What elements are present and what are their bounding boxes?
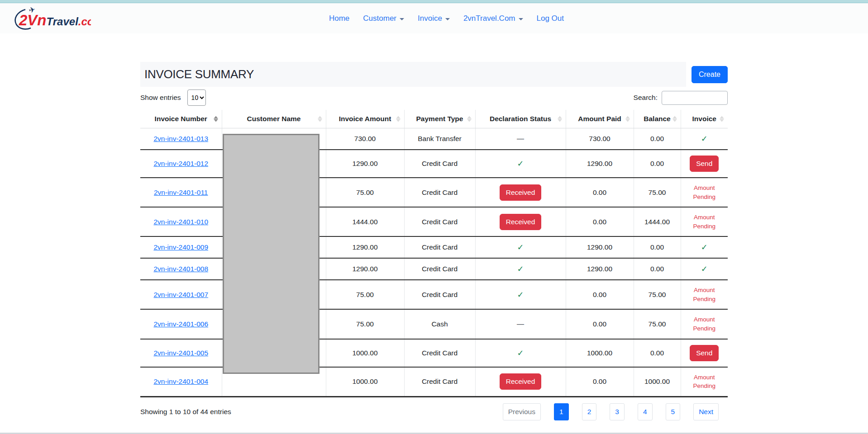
amount-paid-cell: 0.00 xyxy=(566,178,634,207)
invoice-action-cell: Amount Pending xyxy=(681,280,728,309)
pagination: Previous 1 2 3 4 5 Next xyxy=(503,403,719,420)
sort-icon[interactable] xyxy=(672,116,677,122)
invoice-amount-cell: 1290.00 xyxy=(326,236,404,258)
declaration-check-icon: ✓ xyxy=(517,159,524,168)
sort-icon[interactable] xyxy=(467,116,472,122)
nav-item-invoice[interactable]: Invoice xyxy=(418,14,450,23)
invoice-number-link[interactable]: 2vn-inv-2401-011 xyxy=(154,189,208,196)
invoice-amount-cell: 730.00 xyxy=(326,128,404,150)
invoice-table-header: Invoice Number Customer Name Invoice Amo… xyxy=(140,110,728,128)
declaration-check-icon: ✓ xyxy=(517,290,524,299)
balance-cell: 0.00 xyxy=(634,339,681,367)
brand-logo[interactable]: ✈ 2VnTravel.com xyxy=(12,6,91,31)
sort-icon[interactable] xyxy=(396,116,401,122)
nav-item-logout[interactable]: Log Out xyxy=(537,14,564,23)
redacted-customer-names-overlay xyxy=(223,134,320,374)
declaration-status-cell: ✓ xyxy=(475,339,566,367)
create-button[interactable]: Create xyxy=(692,66,728,83)
amount-pending-label: Amount Pending xyxy=(688,373,720,391)
invoice-action-cell: Send xyxy=(681,339,728,367)
invoice-number-cell: 2vn-inv-2401-013 xyxy=(140,128,222,150)
show-entries-label: Show entries xyxy=(140,94,181,102)
col-header-label: Invoice xyxy=(692,115,716,123)
logo-text-travel: Travel xyxy=(47,15,79,28)
invoice-number-link[interactable]: 2vn-inv-2401-006 xyxy=(153,320,208,328)
invoice-number-cell: 2vn-inv-2401-010 xyxy=(140,207,222,236)
invoice-number-link[interactable]: 2vn-inv-2401-013 xyxy=(153,135,208,142)
invoice-amount-cell: 1000.00 xyxy=(326,367,404,397)
invoice-action-cell: ✓ xyxy=(681,236,728,258)
search-input[interactable] xyxy=(662,91,728,105)
col-header-invoice-amount[interactable]: Invoice Amount xyxy=(326,110,404,128)
invoice-number-link[interactable]: 2vn-inv-2401-009 xyxy=(153,243,208,251)
col-header-payment-type[interactable]: Payment Type xyxy=(404,110,475,128)
invoice-number-link[interactable]: 2vn-inv-2401-005 xyxy=(153,349,208,357)
sort-icon[interactable] xyxy=(558,116,562,122)
col-header-declaration-status[interactable]: Declaration Status xyxy=(475,110,566,128)
col-header-label: Declaration Status xyxy=(490,115,551,123)
search-label: Search: xyxy=(634,94,658,102)
invoice-amount-cell: 75.00 xyxy=(326,280,404,309)
balance-cell: 75.00 xyxy=(634,178,681,207)
sort-icon[interactable] xyxy=(720,116,724,122)
send-button[interactable]: Send xyxy=(690,156,719,172)
declaration-check-icon: ✓ xyxy=(517,243,524,252)
nav-2vntravel-label: 2vnTravel.Com xyxy=(463,14,515,23)
invoice-number-link[interactable]: 2vn-inv-2401-007 xyxy=(153,291,208,298)
amount-paid-cell: 1290.00 xyxy=(566,258,634,280)
balance-cell: 0.00 xyxy=(634,258,681,280)
invoice-number-link[interactable]: 2vn-inv-2401-010 xyxy=(153,218,208,226)
nav-customer-label: Customer xyxy=(363,14,396,23)
invoice-action-cell: Amount Pending xyxy=(681,309,728,339)
declaration-status-cell: ✓ xyxy=(475,280,566,309)
title-bar: INVOICE SUMMARY xyxy=(140,62,686,87)
next-page-button[interactable]: Next xyxy=(693,403,719,420)
invoice-number-link[interactable]: 2vn-inv-2401-012 xyxy=(153,160,208,167)
invoice-amount-cell: 1290.00 xyxy=(326,258,404,280)
nav-item-2vntravel[interactable]: 2vnTravel.Com xyxy=(463,14,523,23)
declaration-status-cell: ✓ xyxy=(475,258,566,280)
page-4-button[interactable]: 4 xyxy=(638,403,653,420)
invoice-number-link[interactable]: 2vn-inv-2401-008 xyxy=(153,265,208,273)
invoice-number-cell: 2vn-inv-2401-008 xyxy=(140,258,222,280)
col-header-label: Amount Paid xyxy=(578,115,621,123)
balance-cell: 0.00 xyxy=(634,150,681,178)
invoice-amount-cell: 1000.00 xyxy=(326,339,404,367)
col-header-invoice[interactable]: Invoice xyxy=(681,110,728,128)
sort-icon[interactable] xyxy=(625,116,630,122)
col-header-invoice-number[interactable]: Invoice Number xyxy=(140,110,222,128)
received-badge[interactable]: Received xyxy=(500,214,542,230)
page-1-button[interactable]: 1 xyxy=(554,403,569,420)
payment-type-cell: Credit Card xyxy=(404,178,475,207)
main-content: INVOICE SUMMARY Create Show entries 10 S… xyxy=(140,62,728,420)
nav-item-customer[interactable]: Customer xyxy=(363,14,404,23)
page-title: INVOICE SUMMARY xyxy=(144,67,254,81)
amount-paid-cell: 0.00 xyxy=(566,367,634,397)
declaration-status-cell: Received xyxy=(475,207,566,236)
page-2-button[interactable]: 2 xyxy=(582,403,597,420)
send-button[interactable]: Send xyxy=(690,345,719,361)
brand-logo-graphic: ✈ 2VnTravel.com xyxy=(12,6,91,31)
col-header-balance[interactable]: Balance xyxy=(634,110,681,128)
invoice-number-link[interactable]: 2vn-inv-2401-004 xyxy=(153,377,208,385)
payment-type-cell: Credit Card xyxy=(404,207,475,236)
col-header-label: Customer Name xyxy=(247,115,301,123)
nav-item-home[interactable]: Home xyxy=(329,14,349,23)
sort-icon[interactable] xyxy=(214,116,218,122)
received-badge[interactable]: Received xyxy=(500,373,542,390)
declaration-none-dash: — xyxy=(517,135,524,142)
balance-cell: 1000.00 xyxy=(634,367,681,397)
previous-page-button[interactable]: Previous xyxy=(503,403,541,420)
amount-pending-label: Amount Pending xyxy=(688,184,720,201)
table-controls: Show entries 10 Search: xyxy=(140,90,728,106)
col-header-amount-paid[interactable]: Amount Paid xyxy=(566,110,634,128)
page-size-select[interactable]: 10 xyxy=(187,90,206,106)
balance-cell: 0.00 xyxy=(634,128,681,150)
received-badge[interactable]: Received xyxy=(500,184,542,201)
sort-icon[interactable] xyxy=(318,116,322,122)
page-5-button[interactable]: 5 xyxy=(666,403,681,420)
col-header-customer-name[interactable]: Customer Name xyxy=(222,110,326,128)
invoice-number-cell: 2vn-inv-2401-012 xyxy=(140,150,222,178)
nav-invoice-label: Invoice xyxy=(418,14,442,23)
page-3-button[interactable]: 3 xyxy=(610,403,625,420)
